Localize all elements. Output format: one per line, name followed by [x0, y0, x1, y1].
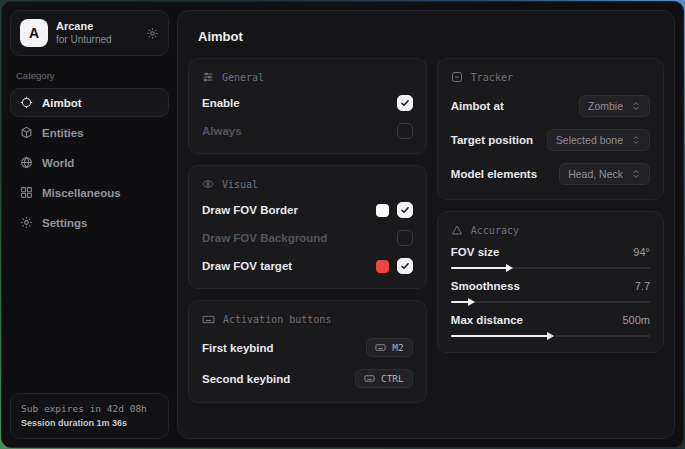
- fov-background-checkbox[interactable]: [397, 230, 413, 246]
- row-label: Model elements: [451, 168, 537, 180]
- row-fov-target: Draw FOV target: [202, 252, 413, 280]
- model-elements-dropdown[interactable]: Head, Neck: [559, 163, 650, 185]
- fov-border-color-swatch[interactable]: [376, 204, 389, 217]
- fov-border-checkbox[interactable]: [397, 202, 413, 218]
- sidebar-item-label: Miscellaneous: [42, 187, 121, 199]
- gear-icon[interactable]: [146, 27, 159, 40]
- sidebar-item-entities[interactable]: Entities: [10, 118, 169, 147]
- sidebar-item-aimbot[interactable]: Aimbot: [10, 88, 169, 117]
- slider-value: 94°: [633, 246, 650, 258]
- dropdown-value: Head, Neck: [568, 168, 623, 180]
- brand-text: Arcane for Unturned: [56, 20, 138, 46]
- row-model-elements: Model elements Head, Neck: [451, 157, 650, 191]
- keybind-value: M2: [392, 342, 403, 353]
- row-label: Aimbot at: [451, 100, 504, 112]
- enable-checkbox[interactable]: [397, 95, 413, 111]
- keyboard-icon: [364, 373, 375, 384]
- sidebar-item-settings[interactable]: Settings: [10, 208, 169, 237]
- sidebar: A Arcane for Unturned Category A: [2, 2, 177, 447]
- sidebar-item-label: World: [42, 157, 74, 169]
- sidebar-item-label: Aimbot: [42, 97, 82, 109]
- dropdown-value: Selected bone: [556, 134, 623, 146]
- max-distance-slider-group: Max distance 500m: [451, 310, 650, 344]
- aimbot-at-dropdown[interactable]: Zombie: [579, 95, 650, 117]
- page-title: Aimbot: [198, 29, 664, 44]
- slider-thumb[interactable]: [468, 298, 475, 306]
- triangle-icon: [451, 224, 463, 236]
- entities-icon: [20, 126, 33, 139]
- slider-thumb[interactable]: [506, 264, 513, 272]
- row-label: Target position: [451, 134, 533, 146]
- row-label: First keybind: [202, 342, 274, 354]
- sidebar-item-world[interactable]: World: [10, 148, 169, 177]
- tracker-card: Tracker Aimbot at Zombie Target position: [437, 58, 664, 200]
- slider-thumb[interactable]: [547, 332, 554, 340]
- row-label: Second keybind: [202, 373, 290, 385]
- visual-card: Visual Draw FOV Border Draw FOV Backgrou…: [188, 165, 427, 289]
- keyboard-icon: [202, 313, 215, 326]
- activation-card: Activation buttons First keybind M2 Seco…: [188, 300, 427, 403]
- slider-label: Max distance: [451, 314, 523, 326]
- dropdown-value: Zombie: [588, 100, 623, 112]
- subscription-status-card: Sub expires in 42d 08h Session duration …: [10, 393, 169, 439]
- row-label: Draw FOV target: [202, 260, 292, 272]
- row-always: Always: [202, 117, 413, 145]
- smoothness-slider-group: Smoothness 7.7: [451, 276, 650, 310]
- slider-label: Smoothness: [451, 280, 520, 292]
- general-card: General Enable Always: [188, 58, 427, 154]
- world-icon: [20, 156, 33, 169]
- app-window: A Arcane for Unturned Category A: [1, 1, 684, 448]
- slider-value: 7.7: [635, 280, 650, 292]
- fov-size-slider-group: FOV size 94°: [451, 242, 650, 276]
- section-title: Visual: [222, 179, 258, 190]
- sidebar-item-label: Entities: [42, 127, 84, 139]
- section-title: Activation buttons: [223, 314, 331, 325]
- brand-subtitle: for Unturned: [56, 34, 138, 47]
- section-title: Tracker: [471, 72, 513, 83]
- brand-logo: A: [20, 19, 48, 47]
- chevron-up-down-icon: [631, 135, 641, 145]
- always-checkbox[interactable]: [397, 123, 413, 139]
- keyboard-icon: [375, 342, 386, 353]
- max-distance-slider[interactable]: [451, 335, 650, 337]
- slider-fill: [451, 267, 509, 269]
- eye-icon: [202, 178, 214, 190]
- row-label: Draw FOV Background: [202, 232, 327, 244]
- row-second-keybind: Second keybind CTRL: [202, 363, 413, 394]
- row-fov-border: Draw FOV Border: [202, 196, 413, 224]
- sliders-icon: [202, 71, 214, 83]
- row-target-position: Target position Selected bone: [451, 123, 650, 157]
- session-duration-text: Session duration 1m 36s: [21, 417, 158, 431]
- sidebar-item-label: Settings: [42, 217, 87, 229]
- fov-size-slider[interactable]: [451, 267, 650, 269]
- keybind-value: CTRL: [381, 373, 404, 384]
- slider-value: 500m: [622, 314, 650, 326]
- row-aimbot-at: Aimbot at Zombie: [451, 89, 650, 123]
- row-label: Draw FOV Border: [202, 204, 298, 216]
- crosshair-icon: [20, 96, 33, 109]
- accuracy-card: Accuracy FOV size 94°: [437, 211, 664, 353]
- fov-target-color-swatch[interactable]: [376, 260, 389, 273]
- section-title: General: [222, 72, 264, 83]
- second-keybind-button[interactable]: CTRL: [355, 369, 413, 388]
- smoothness-slider[interactable]: [451, 301, 650, 303]
- tracker-icon: [451, 71, 463, 83]
- main-panel: Aimbot General Enable: [177, 10, 675, 439]
- settings-icon: [20, 216, 33, 229]
- target-position-dropdown[interactable]: Selected bone: [547, 129, 650, 151]
- fov-target-checkbox[interactable]: [397, 258, 413, 274]
- miscellaneous-icon: [20, 186, 33, 199]
- brand-card: A Arcane for Unturned: [10, 10, 169, 56]
- category-label: Category: [16, 70, 165, 81]
- sidebar-nav: Aimbot Entities World: [10, 88, 169, 237]
- first-keybind-button[interactable]: M2: [366, 338, 412, 357]
- row-enable: Enable: [202, 89, 413, 117]
- sidebar-item-miscellaneous[interactable]: Miscellaneous: [10, 178, 169, 207]
- chevron-up-down-icon: [631, 101, 641, 111]
- section-title: Accuracy: [471, 225, 519, 236]
- slider-fill: [451, 335, 551, 337]
- sub-expiry-text: Sub expires in 42d 08h: [21, 402, 158, 416]
- brand-name: Arcane: [56, 20, 138, 34]
- slider-label: FOV size: [451, 246, 500, 258]
- row-label: Enable: [202, 97, 240, 109]
